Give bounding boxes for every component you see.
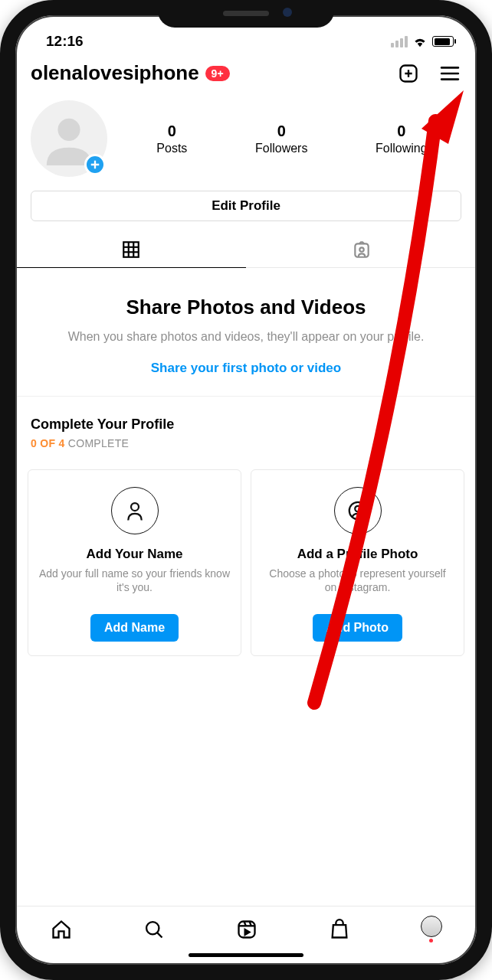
card-desc: Choose a photo to represent yourself on … <box>262 567 453 596</box>
profile-header: olenalovesiphone 9+ <box>15 54 477 96</box>
avatar-button[interactable] <box>31 100 107 177</box>
avatar-icon <box>421 916 442 937</box>
empty-body: When you share photos and videos, they'l… <box>46 328 446 345</box>
status-time: 12:16 <box>46 33 84 50</box>
profile-photo-icon <box>334 487 382 534</box>
svg-rect-14 <box>355 243 368 256</box>
home-icon <box>51 919 72 940</box>
home-indicator[interactable] <box>189 953 303 957</box>
svg-rect-21 <box>238 921 254 937</box>
battery-icon <box>432 36 454 47</box>
menu-button[interactable] <box>438 62 461 85</box>
notifications-badge: 9+ <box>205 66 230 81</box>
complete-cards[interactable]: Add Your Name Add your full name so your… <box>15 457 477 671</box>
wifi-icon <box>412 36 428 47</box>
stat-label: Followers <box>255 142 307 155</box>
svg-point-6 <box>57 119 80 141</box>
svg-point-19 <box>146 922 159 934</box>
add-name-button[interactable]: Add Name <box>90 614 179 642</box>
nav-shop[interactable] <box>328 918 351 941</box>
cellular-signal-icon <box>391 36 408 47</box>
card-add-name: Add Your Name Add your full name so your… <box>28 469 241 656</box>
plus-square-icon <box>398 63 419 84</box>
shop-icon <box>329 919 350 940</box>
plus-icon <box>90 159 100 170</box>
tagged-icon <box>352 240 372 260</box>
bottom-nav <box>15 906 477 947</box>
tab-tagged[interactable] <box>246 230 477 267</box>
nav-reels[interactable] <box>235 918 258 941</box>
svg-rect-9 <box>123 242 139 257</box>
stat-followers[interactable]: 0 Followers <box>255 122 307 155</box>
stat-label: Posts <box>156 142 187 155</box>
nav-profile[interactable] <box>421 916 442 942</box>
stat-label: Following <box>376 142 428 155</box>
svg-point-18 <box>355 505 361 511</box>
card-title: Add a Profile Photo <box>297 547 418 562</box>
search-icon <box>143 919 165 940</box>
nav-home[interactable] <box>50 918 73 941</box>
complete-progress: 0 OF 4 COMPLETE <box>28 437 464 449</box>
create-post-button[interactable] <box>397 62 420 85</box>
username-label[interactable]: olenalovesiphone <box>31 61 199 85</box>
add-story-badge <box>84 154 106 175</box>
stat-value: 0 <box>255 122 307 140</box>
complete-title: Complete Your Profile <box>28 416 464 433</box>
reels-icon <box>236 919 257 940</box>
svg-point-15 <box>359 247 363 251</box>
card-add-photo: Add a Profile Photo Choose a photo to re… <box>251 469 464 656</box>
person-outline-icon <box>111 487 159 534</box>
complete-profile-section: Complete Your Profile 0 OF 4 COMPLETE <box>15 397 477 457</box>
card-title: Add Your Name <box>87 547 183 562</box>
profile-stats: 0 Posts 0 Followers 0 Following <box>123 122 461 155</box>
tab-grid[interactable] <box>15 230 246 268</box>
stat-value: 0 <box>156 122 187 140</box>
profile-active-dot <box>429 939 433 942</box>
share-first-link[interactable]: Share your first photo or video <box>151 361 341 375</box>
profile-tabs <box>15 230 477 268</box>
status-indicators <box>391 36 454 47</box>
edit-profile-button[interactable]: Edit Profile <box>31 191 461 221</box>
grid-icon <box>121 240 141 260</box>
svg-line-20 <box>157 933 162 937</box>
card-desc: Add your full name so your friends know … <box>39 567 230 596</box>
svg-point-16 <box>131 503 139 511</box>
stat-following[interactable]: 0 Following <box>376 122 428 155</box>
stat-posts[interactable]: 0 Posts <box>156 122 187 155</box>
nav-search[interactable] <box>143 918 166 941</box>
add-photo-button[interactable]: Add Photo <box>313 614 402 642</box>
profile-summary: 0 Posts 0 Followers 0 Following <box>15 96 477 191</box>
hamburger-icon <box>440 65 460 82</box>
empty-feed: Share Photos and Videos When you share p… <box>15 268 477 397</box>
empty-title: Share Photos and Videos <box>46 296 446 319</box>
stat-value: 0 <box>376 122 428 140</box>
